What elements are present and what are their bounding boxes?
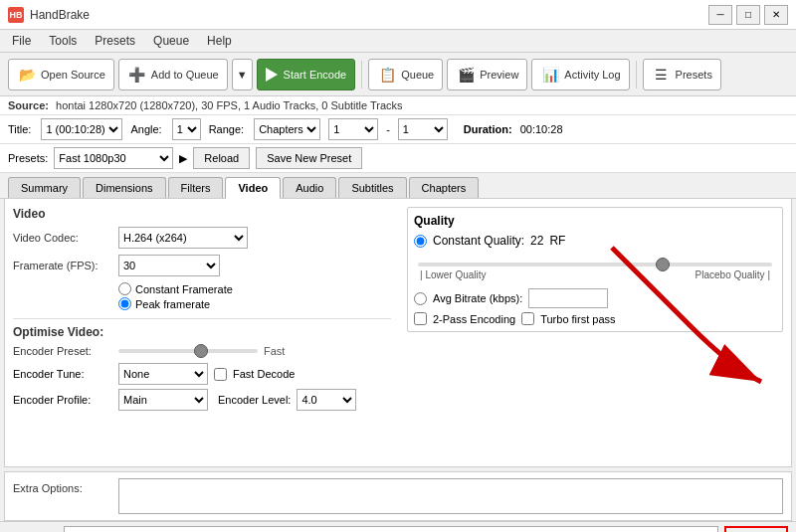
app-title: HandBrake: [30, 8, 708, 22]
avg-bitrate-radio[interactable]: [414, 292, 427, 305]
tab-dimensions[interactable]: Dimensions: [83, 177, 165, 198]
source-value: hontai 1280x720 (1280x720), 30 FPS, 1 Au…: [56, 99, 403, 111]
annotation-arrow: [552, 228, 791, 407]
tab-audio[interactable]: Audio: [283, 177, 336, 198]
encoder-tune-label: Encoder Tune:: [13, 368, 112, 380]
extra-options-label: Extra Options:: [13, 478, 112, 494]
presets-arrow: ▶: [179, 152, 187, 165]
menu-help[interactable]: Help: [199, 32, 240, 50]
add-queue-dropdown[interactable]: ▼: [232, 59, 253, 90]
twopass-label: 2-Pass Encoding: [433, 313, 515, 325]
quality-value: 22: [530, 234, 543, 248]
activity-log-button[interactable]: 📊 Activity Log: [531, 59, 629, 90]
presets-button[interactable]: ☰ Presets: [643, 59, 721, 90]
menu-bar: File Tools Presets Queue Help: [0, 30, 796, 53]
constant-quality-radio[interactable]: [414, 235, 427, 248]
angle-select[interactable]: 1: [172, 118, 201, 140]
save-preset-button[interactable]: Save New Preset: [256, 147, 362, 169]
menu-tools[interactable]: Tools: [41, 32, 85, 50]
presets-select[interactable]: Fast 1080p30: [54, 147, 173, 169]
window-controls: ─ □ ✕: [708, 5, 788, 25]
start-encode-button[interactable]: Start Encode: [257, 59, 356, 90]
tab-filters[interactable]: Filters: [168, 177, 224, 198]
encoder-tune-section: Encoder Tune: None Film Animation Fast D…: [13, 363, 391, 411]
encoder-tune-select[interactable]: None Film Animation: [118, 363, 208, 385]
presets-icon: ☰: [652, 65, 672, 85]
avg-bitrate-label: Avg Bitrate (kbps):: [433, 292, 522, 304]
extra-options-input[interactable]: [118, 478, 783, 514]
video-section-title: Video: [13, 207, 391, 221]
menu-file[interactable]: File: [4, 32, 39, 50]
tab-subtitles[interactable]: Subtitles: [338, 177, 406, 198]
add-to-queue-button[interactable]: ➕ Add to Queue: [118, 59, 228, 90]
title-row: Title: 1 (00:10:28) Angle: 1 Range: Chap…: [0, 115, 796, 144]
minimize-button[interactable]: ─: [708, 5, 732, 25]
encoder-profile-select[interactable]: Main Baseline High: [118, 389, 208, 411]
peak-framerate-row: Peak framerate: [118, 297, 391, 310]
tab-summary[interactable]: Summary: [8, 177, 81, 198]
encoder-level-select[interactable]: 4.0 3.1 Auto: [297, 389, 356, 411]
tab-video[interactable]: Video: [225, 177, 281, 199]
tab-chapters[interactable]: Chapters: [409, 177, 480, 198]
queue-button[interactable]: 📋 Queue: [368, 59, 443, 90]
optimise-section: Optimise Video: Encoder Preset: Fast Enc…: [13, 318, 391, 411]
encoder-profile-row: Encoder Profile: Main Baseline High Enco…: [13, 389, 391, 411]
framerate-select[interactable]: 30 Same as source 24: [118, 255, 220, 276]
duration-value: 00:10:28: [520, 123, 563, 135]
framerate-mode-group: Constant Framerate Peak framerate: [118, 282, 391, 310]
range-select[interactable]: Chapters: [254, 118, 320, 140]
turbo-checkbox[interactable]: [521, 312, 534, 325]
source-label: Source:: [8, 99, 49, 111]
source-bar: Source: hontai 1280x720 (1280x720), 30 F…: [0, 96, 796, 115]
fast-decode-checkbox[interactable]: [214, 368, 227, 381]
encoder-tune-row: Encoder Tune: None Film Animation Fast D…: [13, 363, 391, 385]
menu-queue[interactable]: Queue: [145, 32, 197, 50]
constant-framerate-label: Constant Framerate: [135, 283, 233, 295]
range-from-select[interactable]: 1: [328, 118, 378, 140]
save-as-row: Save As: Browse: [0, 521, 796, 532]
add-queue-icon: ➕: [127, 65, 147, 85]
title-label: Title:: [8, 123, 31, 135]
twopass-checkbox[interactable]: [414, 312, 427, 325]
reload-button[interactable]: Reload: [193, 147, 250, 169]
lower-quality-label: | Lower Quality: [420, 269, 487, 280]
range-separator: -: [386, 123, 390, 135]
main-content: Video Video Codec: H.264 (x264) H.265 (x…: [4, 199, 792, 467]
framerate-label: Framerate (FPS):: [13, 260, 112, 271]
range-to-select[interactable]: 1: [398, 118, 448, 140]
extra-options-row: Extra Options:: [9, 476, 787, 516]
extra-options-section: Extra Options:: [4, 471, 792, 521]
encoder-profile-label: Encoder Profile:: [13, 394, 112, 406]
fast-decode-label: Fast Decode: [233, 368, 295, 380]
save-as-input[interactable]: [64, 526, 718, 532]
video-settings-panel: Video Video Codec: H.264 (x264) H.265 (x…: [13, 207, 391, 458]
peak-framerate-label: Peak framerate: [135, 298, 210, 310]
range-label: Range:: [209, 123, 244, 135]
title-bar: HB HandBrake ─ □ ✕: [0, 0, 796, 30]
open-source-button[interactable]: 📂 Open Source: [8, 59, 114, 90]
preview-button[interactable]: 🎬 Preview: [447, 59, 527, 90]
title-select[interactable]: 1 (00:10:28): [41, 118, 122, 140]
tabs-container: Summary Dimensions Filters Video Audio S…: [0, 173, 796, 199]
codec-row: Video Codec: H.264 (x264) H.265 (x265) M…: [13, 227, 391, 249]
maximize-button[interactable]: □: [736, 5, 760, 25]
activity-log-icon: 📊: [540, 65, 560, 85]
constant-framerate-radio[interactable]: [118, 282, 131, 295]
constant-quality-label: Constant Quality:: [433, 234, 524, 248]
app-icon: HB: [8, 7, 24, 23]
encoder-preset-slider[interactable]: [118, 349, 258, 353]
peak-framerate-radio[interactable]: [118, 297, 131, 310]
fast-label: Fast: [264, 345, 285, 357]
browse-button[interactable]: Browse: [724, 526, 788, 532]
menu-presets[interactable]: Presets: [87, 32, 143, 50]
presets-label: Presets:: [8, 152, 48, 164]
quality-panel: Quality Constant Quality: 22 RF | Lower …: [407, 207, 783, 458]
toolbar-divider-2: [636, 61, 637, 89]
play-icon: [266, 68, 278, 82]
quality-title: Quality: [414, 214, 776, 228]
angle-label: Angle:: [130, 123, 161, 135]
close-button[interactable]: ✕: [764, 5, 788, 25]
codec-select[interactable]: H.264 (x264) H.265 (x265) MPEG-4: [118, 227, 248, 249]
toolbar-divider-1: [361, 61, 362, 89]
encoder-preset-row: Encoder Preset: Fast: [13, 345, 391, 357]
